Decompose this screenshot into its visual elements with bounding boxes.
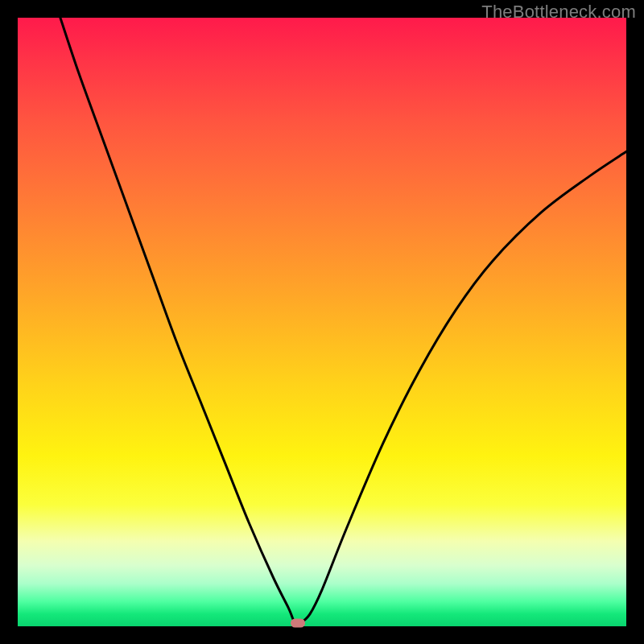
- curve-svg: [18, 18, 626, 626]
- bottleneck-curve-path: [60, 18, 626, 624]
- chart-frame: TheBottleneck.com: [0, 0, 644, 644]
- plot-area: [18, 18, 626, 626]
- optimal-point-marker: [291, 619, 305, 628]
